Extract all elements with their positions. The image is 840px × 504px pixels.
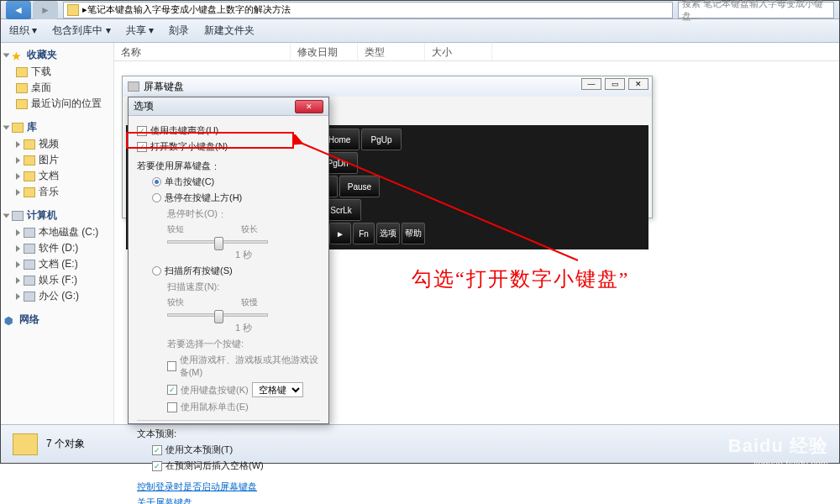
col-type[interactable]: 类型: [358, 43, 425, 60]
sidebar-item[interactable]: 本地磁盘 (C:): [4, 224, 110, 240]
close-button[interactable]: ✕: [628, 78, 648, 90]
key[interactable]: Fn: [353, 223, 375, 244]
folder-icon: [13, 433, 38, 455]
keyboard-icon: [128, 81, 139, 92]
checkbox[interactable]: [167, 361, 176, 371]
checkbox[interactable]: [167, 402, 177, 412]
toolbar-organize[interactable]: 组织 ▾: [9, 24, 37, 38]
title-bar: ◄ ► ▸ 笔记本键盘输入字母变成小键盘上数字的解决方法 搜索 笔记本键盘输入字…: [1, 1, 839, 19]
sidebar-item[interactable]: 文档: [4, 168, 110, 184]
sidebar-item[interactable]: 娱乐 (F:): [4, 272, 110, 288]
network-icon: ⬢: [4, 315, 16, 325]
key[interactable]: 帮助: [402, 223, 425, 244]
col-size[interactable]: 大小: [425, 43, 492, 60]
star-icon: ★: [12, 50, 24, 60]
folder-icon: [67, 4, 79, 16]
sidebar-item[interactable]: 视频: [4, 136, 110, 152]
minimize-button[interactable]: —: [581, 78, 601, 90]
annotation-text: 勾选“打开数字小键盘”: [412, 265, 629, 292]
sidebar-item[interactable]: 音乐: [4, 184, 110, 200]
toolbar-newfolder[interactable]: 新建文件夹: [204, 24, 255, 38]
radio[interactable]: [152, 266, 161, 276]
sidebar: ★收藏夹 下载 桌面 最近访问的位置 库 视频 图片 文档 音乐 计算机 本地磁…: [1, 43, 114, 446]
osk-titlebar[interactable]: 屏幕键盘 — ▭ ✕: [123, 76, 652, 97]
toolbar-include[interactable]: 包含到库中 ▾: [52, 24, 110, 38]
checkbox[interactable]: ✓: [152, 445, 162, 455]
key[interactable]: Pause: [339, 176, 380, 197]
sidebar-item[interactable]: 最近访问的位置: [4, 96, 110, 112]
sidebar-item[interactable]: 软件 (D:): [4, 240, 110, 256]
sidebar-item[interactable]: 文档 (E:): [4, 256, 110, 272]
radio[interactable]: [152, 177, 161, 186]
toolbar-burn[interactable]: 刻录: [169, 24, 189, 38]
options-dialog: 选项 ✕ ✓使用击键声音(U) ✓打开数字小键盘(N) 若要使用屏幕键盘: 单击…: [128, 97, 329, 424]
col-name[interactable]: 名称: [114, 43, 291, 60]
checkbox[interactable]: ✓: [152, 461, 162, 471]
maximize-button[interactable]: ▭: [605, 78, 625, 90]
checkbox[interactable]: ✓: [137, 126, 147, 136]
nav-back-button[interactable]: ◄: [6, 1, 31, 19]
pc-icon: [12, 211, 24, 221]
link[interactable]: 关于屏幕键盘: [137, 496, 192, 504]
key[interactable]: PgUp: [361, 129, 402, 150]
checkbox-numpad[interactable]: ✓: [137, 142, 147, 152]
dialog-titlebar[interactable]: 选项 ✕: [129, 97, 328, 116]
nav-forward-button[interactable]: ►: [33, 1, 58, 19]
link[interactable]: 控制登录时是否启动屏幕键盘: [137, 480, 257, 493]
toolbar-share[interactable]: 共享 ▾: [126, 24, 154, 38]
key[interactable]: 选项: [376, 223, 400, 244]
key[interactable]: ►: [329, 223, 351, 244]
checkbox[interactable]: ✓: [167, 385, 177, 395]
sidebar-item[interactable]: 桌面: [4, 80, 110, 96]
slider[interactable]: [167, 240, 268, 244]
status-bar: 7 个对象: [1, 424, 839, 463]
sidebar-item[interactable]: 图片: [4, 152, 110, 168]
sidebar-item[interactable]: 下载: [4, 64, 110, 80]
col-date[interactable]: 修改日期: [291, 43, 358, 60]
search-input[interactable]: 搜索 笔记本键盘输入字母变成小键盘...: [678, 2, 834, 18]
watermark: Baidu 经验 jingyan.baidu.com: [728, 433, 828, 469]
sidebar-item[interactable]: 办公 (G:): [4, 288, 110, 304]
key-select[interactable]: 空格键: [252, 382, 303, 397]
toolbar: 组织 ▾ 包含到库中 ▾ 共享 ▾ 刻录 新建文件夹: [1, 19, 839, 43]
radio[interactable]: [152, 193, 161, 202]
close-button[interactable]: ✕: [295, 100, 323, 113]
address-bar[interactable]: ▸ 笔记本键盘输入字母变成小键盘上数字的解决方法: [63, 2, 673, 18]
slider[interactable]: [167, 313, 268, 317]
